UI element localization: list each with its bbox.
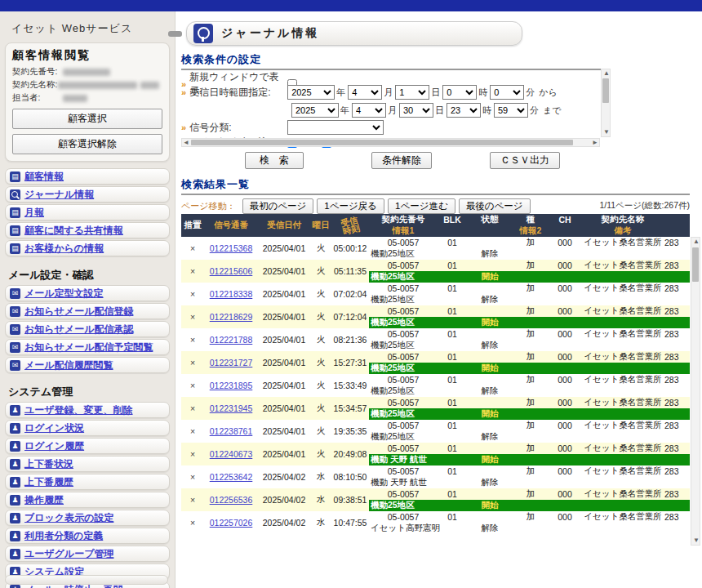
scroll-right-icon[interactable]: ►	[592, 140, 598, 146]
signal-link[interactable]: 012256536	[210, 495, 253, 505]
sidebar-menu-item[interactable]: メール定型文設定	[5, 285, 170, 301]
sidebar-menu-item[interactable]: 顧客に関する共有情報	[5, 222, 170, 238]
customer-deselect-button[interactable]: 顧客選択解除	[12, 134, 162, 154]
signal-link[interactable]: 012253642	[210, 472, 253, 482]
pager-button[interactable]: 1ページ戻る	[317, 198, 384, 214]
signal-link[interactable]: 012215368	[210, 243, 253, 253]
from-year-select[interactable]: 2025	[287, 85, 335, 100]
sidebar-menu-item[interactable]: お知らせメール配信承認	[5, 321, 170, 337]
contract-no-cell: 05-0057	[369, 283, 438, 293]
sidebar-menu-item[interactable]: 上下番状況	[5, 456, 170, 472]
customer-select-button[interactable]: 顧客選択	[12, 109, 162, 129]
results-table-header: 措置 信号通番 受信日付 曜日 受信時刻 契約先番号 情報1 BLK 状態 種 …	[181, 214, 690, 237]
sidebar-menu-link[interactable]: ログイン履歴	[24, 439, 84, 453]
status-cell: 開始	[467, 500, 513, 511]
sidebar-menu-link[interactable]: ブロック表示の設定	[24, 511, 113, 525]
sidebar-menu-item[interactable]: ジャーナル情報	[5, 186, 170, 203]
dow-cell: 水	[310, 517, 331, 528]
sidebar-menu-item[interactable]: メール配信履歴閲覧	[5, 357, 170, 373]
ch-cell: 000	[549, 306, 581, 316]
sidebar-menu-link[interactable]: メール配信履歴閲覧	[24, 359, 113, 372]
signal-link[interactable]: 012218338	[210, 289, 253, 299]
scrollbar-thumb[interactable]	[602, 78, 609, 103]
scroll-down-icon[interactable]: ▼	[693, 537, 700, 544]
to-hour-select[interactable]: 23	[447, 103, 481, 118]
sidebar-menu-item[interactable]: ユーザ登録、変更、削除	[5, 402, 170, 418]
sidebar-menu-link[interactable]: お知らせメール配信登録	[24, 305, 133, 318]
sidebar-menu-link[interactable]: 顧客情報	[24, 170, 64, 184]
sidebar-menu-item[interactable]: ログイン履歴	[5, 438, 170, 454]
signal-link[interactable]: 012215606	[210, 266, 253, 276]
header-contract: 契約先番号	[369, 214, 438, 225]
signal-link[interactable]: 012221788	[210, 335, 253, 345]
sidebar-menu-item[interactable]: 上下番履歴	[5, 474, 170, 490]
from-hour-select[interactable]: 0	[442, 85, 477, 100]
sidebar-menu-link[interactable]: 上下番状況	[24, 457, 73, 471]
ch-cell: 000	[549, 512, 581, 522]
blk-cell: 01	[438, 375, 467, 385]
pager-button[interactable]: 1ページ進む	[388, 198, 455, 214]
sidebar-menu-link[interactable]: 顧客に関する共有情報	[24, 224, 123, 238]
sidebar-menu-link[interactable]: ログイン状況	[24, 421, 84, 435]
signal-link[interactable]: 012231895	[210, 381, 253, 390]
sidebar-menu-link[interactable]: ユーザ登録、変更、削除	[24, 403, 133, 417]
sidebar-menu-item[interactable]: お知らせメール配信予定閲覧	[5, 339, 170, 355]
sidebar-menu-link[interactable]: お知らせメール配信承認	[24, 323, 133, 336]
sidebar-menu-item[interactable]: ユーザグループ管理	[5, 546, 170, 562]
from-minute-select[interactable]: 0	[490, 85, 524, 100]
ch-cell: 000	[549, 489, 581, 499]
date-cell: 2025/04/01	[258, 381, 310, 390]
scroll-left-icon[interactable]: ◄	[183, 140, 189, 146]
signal-link[interactable]: 012231945	[210, 403, 253, 413]
scrollbar-thumb[interactable]	[191, 140, 573, 145]
sidebar-menu-item[interactable]: 操作履歴	[5, 492, 170, 508]
to-month-select[interactable]: 4	[352, 103, 386, 118]
group-title-system: システム管理	[5, 381, 170, 402]
signal-link[interactable]: 012218629	[210, 312, 253, 322]
sidebar-menu-link[interactable]: 上下番履歴	[24, 475, 73, 489]
scroll-up-icon[interactable]: ▲	[693, 238, 700, 245]
results-vertical-scrollbar[interactable]: ▲ ▼	[691, 237, 700, 546]
sidebar-menu-link[interactable]: メール定型文設定	[24, 287, 104, 301]
signal-link[interactable]: 012231727	[210, 358, 253, 368]
search-panel-vertical-scrollbar[interactable]: ▲ ▼	[601, 69, 611, 137]
sidebar-menu-link[interactable]: お客様からの情報	[24, 242, 104, 256]
signal-link[interactable]: 012240673	[210, 449, 253, 459]
pager-button[interactable]: 最初のページ	[242, 198, 314, 214]
from-day-select[interactable]: 1	[395, 85, 429, 100]
sidebar-menu-item[interactable]: 顧客情報	[5, 168, 170, 185]
ch-cell: 000	[549, 329, 581, 339]
to-day-select[interactable]: 30	[399, 103, 433, 118]
sidebar-menu-link[interactable]: 操作履歴	[24, 493, 64, 507]
scroll-up-icon[interactable]: ▲	[603, 70, 610, 77]
pager-button[interactable]: 最後のページ	[459, 198, 531, 214]
sidebar-menu-item[interactable]: ブロック表示の設定	[5, 510, 170, 526]
blk-cell: 01	[438, 466, 467, 476]
sidebar-menu-link[interactable]: お知らせメール配信予定閲覧	[24, 341, 153, 354]
csv-export-button[interactable]: ＣＳＶ出力	[490, 152, 560, 169]
signal-link[interactable]: 012238761	[210, 426, 253, 436]
user-icon	[10, 495, 20, 506]
name-cell: イセット桑名営業所	[581, 328, 664, 340]
sidebar-menu-link[interactable]: ユーザグループ管理	[24, 547, 113, 561]
clear-conditions-button[interactable]: 条件解除	[371, 152, 432, 169]
search-button[interactable]: 検 索	[245, 152, 304, 169]
sidebar-menu-item[interactable]: 月報	[5, 204, 170, 220]
scroll-down-icon[interactable]: ▼	[603, 129, 610, 136]
sidebar-menu-link[interactable]: ジャーナル情報	[24, 188, 94, 202]
treat-cell: ×	[181, 449, 204, 459]
sidebar-menu-item[interactable]: お客様からの情報	[5, 240, 170, 256]
sidebar-menu-item[interactable]: 利用者分類の定義	[5, 528, 170, 544]
to-minute-select[interactable]: 59	[494, 103, 528, 118]
search-panel-horizontal-scrollbar[interactable]: ◄ ►	[181, 138, 600, 147]
sidebar-collapse-handle[interactable]	[168, 31, 182, 37]
scrollbar-thumb[interactable]	[692, 247, 699, 282]
to-year-select[interactable]: 2025	[291, 103, 339, 118]
signal-link[interactable]: 012257026	[210, 518, 253, 528]
sidebar-menu-item[interactable]: お知らせメール配信登録	[5, 303, 170, 319]
signal-class-select[interactable]	[287, 120, 384, 135]
sidebar-menu-item[interactable]: ログイン状況	[5, 420, 170, 436]
from-month-select[interactable]: 4	[348, 85, 382, 100]
sidebar-menu-link[interactable]: 利用者分類の定義	[24, 529, 103, 543]
sidebar-menu-link[interactable]: 月報	[24, 206, 44, 220]
